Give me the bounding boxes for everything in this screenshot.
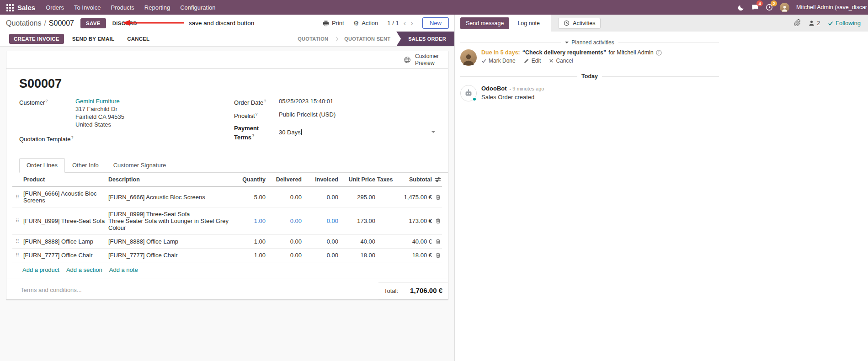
step-quotation[interactable]: QUOTATION [292, 32, 334, 46]
description-cell[interactable]: [FURN_7777] Office Chair [107, 249, 234, 262]
unit-price-cell[interactable]: 295.00 [339, 191, 376, 204]
edit-activity-button[interactable]: Edit [524, 58, 541, 64]
add-section-link[interactable]: Add a section [66, 266, 102, 273]
breadcrumb-quotations[interactable]: Quotations [6, 19, 41, 27]
delete-line-button[interactable] [433, 249, 442, 261]
save-button[interactable]: SAVE [80, 18, 106, 28]
invoiced-cell[interactable]: 0.00 [303, 214, 339, 228]
subtotal-cell: 173.00 € [403, 214, 433, 228]
delivered-cell[interactable]: 0.00 [266, 235, 303, 248]
add-note-link[interactable]: Add a note [109, 266, 138, 273]
description-cell[interactable]: [FURN_8888] Office Lamp [107, 235, 234, 248]
drag-handle-icon[interactable]: ⠿ [12, 235, 22, 248]
log-note-button[interactable]: Log note [513, 17, 544, 29]
header-unit-price[interactable]: Unit Price [339, 173, 376, 186]
taxes-cell[interactable] [376, 239, 403, 245]
product-cell[interactable]: [FURN_8888] Office Lamp [22, 235, 107, 248]
pager-next-icon[interactable]: › [410, 19, 413, 27]
taxes-cell[interactable] [376, 252, 403, 259]
user-menu[interactable]: Mitchell Admin (save_discar [796, 4, 867, 11]
print-button[interactable]: Print [323, 20, 344, 27]
quotation-template-field[interactable]: Quotation Template? [19, 134, 234, 143]
description-cell[interactable]: [FURN_8999] Three-Seat SofaThree Seater … [107, 207, 234, 234]
menu-configuration[interactable]: Configuration [175, 0, 220, 15]
header-subtotal[interactable]: Subtotal [403, 173, 433, 186]
tab-order-lines[interactable]: Order Lines [19, 158, 65, 173]
quantity-cell[interactable]: 1.00 [234, 214, 266, 228]
mark-done-button[interactable]: Mark Done [481, 58, 516, 64]
header-delivered[interactable]: Delivered [266, 173, 303, 186]
menu-reporting[interactable]: Reporting [139, 0, 175, 15]
add-product-link[interactable]: Add a product [22, 266, 59, 273]
new-button[interactable]: New [422, 17, 449, 29]
delete-line-button[interactable] [433, 215, 442, 227]
taxes-cell[interactable] [376, 218, 403, 224]
pricelist-value[interactable]: Public Pricelist (USD) [279, 111, 335, 120]
chatter-thread: Planned activities Due in 5 days: “Check… [455, 32, 719, 101]
menu-to-invoice[interactable]: To Invoice [69, 0, 106, 15]
messages-icon[interactable]: 4 [751, 4, 759, 11]
drag-handle-icon[interactable]: ⠿ [12, 249, 22, 261]
user-avatar[interactable] [780, 3, 789, 12]
unit-price-cell[interactable]: 173.00 [339, 214, 376, 228]
send-by-email-button[interactable]: SEND BY EMAIL [68, 34, 119, 44]
step-quotation-sent[interactable]: QUOTATION SENT [338, 32, 396, 46]
delete-line-button[interactable] [433, 235, 442, 248]
dropdown-caret-icon[interactable] [431, 131, 435, 133]
app-name[interactable]: Sales [17, 4, 35, 11]
header-description[interactable]: Description [107, 173, 234, 186]
following-button[interactable]: Following [828, 20, 861, 27]
pager-previous-icon[interactable]: ‹ [404, 19, 406, 27]
header-product[interactable]: Product [22, 173, 107, 186]
unit-price-cell[interactable]: 40.00 [339, 235, 376, 248]
send-message-button[interactable]: Send message [460, 17, 509, 29]
attachments-button[interactable] [793, 19, 800, 27]
info-icon[interactable] [656, 50, 662, 56]
header-invoiced[interactable]: Invoiced [303, 173, 339, 186]
header-taxes[interactable]: Taxes [376, 173, 403, 186]
drag-handle-icon[interactable]: ⠿ [12, 215, 22, 227]
delete-line-button[interactable] [433, 191, 442, 203]
activities-clock-icon[interactable]: 2 [766, 4, 773, 11]
terms-placeholder[interactable]: Terms and conditions... [21, 287, 82, 293]
taxes-cell[interactable] [376, 194, 403, 200]
delivered-cell[interactable]: 0.00 [266, 249, 303, 262]
dark-mode-moon-icon[interactable] [738, 4, 745, 11]
drag-handle-icon[interactable]: ⠿ [12, 191, 22, 203]
invoiced-cell[interactable]: 0.00 [303, 249, 339, 262]
unit-price-cell[interactable]: 18.00 [339, 249, 376, 262]
create-invoice-button[interactable]: CREATE INVOICE [9, 34, 64, 44]
action-button[interactable]: ⚙ Action [353, 20, 378, 27]
delivered-cell[interactable]: 0.00 [266, 191, 303, 204]
product-cell[interactable]: [FURN_7777] Office Chair [22, 249, 107, 262]
followers-button[interactable]: 2 [808, 20, 820, 27]
payment-terms-input[interactable]: 30 Days [279, 124, 435, 141]
menu-products[interactable]: Products [106, 0, 139, 15]
header-quantity[interactable]: Quantity [234, 173, 266, 186]
discard-button[interactable]: DISCARD [108, 18, 142, 28]
description-cell[interactable]: [FURN_6666] Acoustic Bloc Screens [107, 191, 234, 204]
product-cell[interactable]: [FURN_8999] Three-Seat Sofa [22, 214, 107, 228]
customer-preview-button[interactable]: Customer Preview [397, 51, 448, 68]
customer-link[interactable]: Gemini Furniture [75, 98, 120, 105]
step-sales-order[interactable]: SALES ORDER [396, 32, 454, 46]
apps-menu-icon[interactable] [5, 2, 15, 12]
planned-activities-header[interactable]: Planned activities [460, 39, 719, 46]
optional-columns-icon[interactable] [433, 173, 442, 186]
invoiced-cell[interactable]: 0.00 [303, 191, 339, 204]
order-date-value[interactable]: 05/25/2023 15:40:01 [279, 97, 333, 106]
product-cell[interactable]: [FURN_6666] Acoustic Bloc Screens [22, 187, 107, 207]
cancel-activity-button[interactable]: Cancel [549, 58, 573, 64]
delivered-cell[interactable]: 0.00 [266, 214, 303, 228]
tab-other-info[interactable]: Other Info [65, 158, 106, 173]
tab-customer-signature[interactable]: Customer Signature [106, 158, 174, 173]
cancel-button[interactable]: CANCEL [122, 34, 154, 44]
activities-tab[interactable]: Activities [558, 18, 601, 29]
quantity-cell[interactable]: 1.00 [234, 235, 266, 248]
quantity-cell[interactable]: 1.00 [234, 249, 266, 262]
odoobot-avatar [460, 85, 477, 101]
invoiced-cell[interactable]: 0.00 [303, 235, 339, 248]
message-author[interactable]: OdooBot [481, 85, 507, 92]
quantity-cell[interactable]: 5.00 [234, 191, 266, 204]
menu-orders[interactable]: Orders [41, 0, 69, 15]
